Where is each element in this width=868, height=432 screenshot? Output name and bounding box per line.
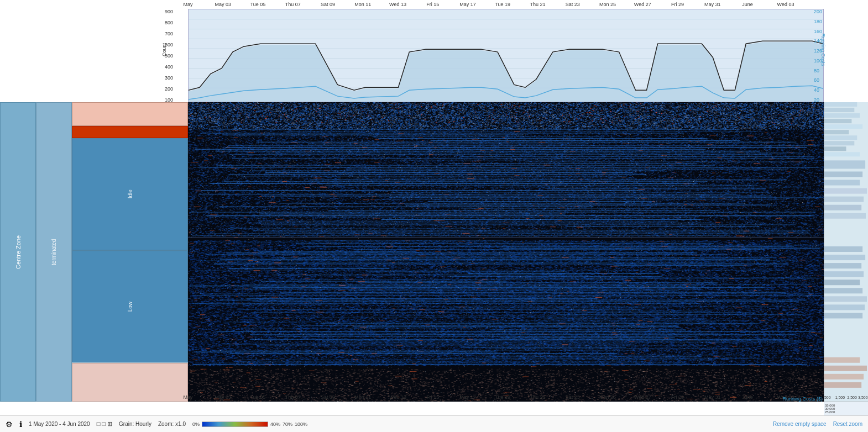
info-icon[interactable]: ℹ (19, 420, 22, 429)
x-bottom-wed13: Wed 13 (389, 394, 406, 400)
svg-rect-38 (824, 366, 867, 371)
svg-rect-27 (824, 213, 866, 219)
x-label-wed13: Wed 13 (389, 2, 406, 7)
top-chart-svg (189, 9, 823, 102)
main-container: May May 03 Tue 05 Thu 07 Sat 09 Mon 11 W… (0, 0, 868, 432)
svg-rect-31 (824, 271, 864, 277)
svg-rect-23 (824, 180, 860, 186)
y-label-900: 900 (165, 9, 173, 14)
svg-rect-24 (824, 188, 867, 194)
x-bottom-fri29: Fri 29 (671, 394, 684, 400)
y-label-r200: 200 (814, 9, 822, 14)
y-label-300: 300 (165, 75, 173, 81)
x-label-wed03: Wed 03 (777, 2, 794, 7)
color-bar (202, 422, 268, 427)
x-label-mon11: Mon 11 (354, 2, 371, 7)
svg-rect-17 (824, 135, 857, 140)
svg-rect-11 (824, 102, 857, 107)
heatmap-area (188, 102, 824, 402)
priority-label-top-pink (72, 102, 188, 126)
running-costs-rotated-label: Running Costs (820, 33, 825, 66)
svg-rect-34 (824, 296, 867, 302)
svg-text:3,500: 3,500 (858, 396, 867, 399)
x-bottom-fri15: Fri 15 (426, 394, 439, 400)
x-label-may03: May 03 (215, 2, 231, 7)
x-label-mon25: Mon 25 (599, 2, 616, 7)
reset-zoom-link[interactable]: Reset zoom (833, 421, 862, 427)
x-label-may17: May 17 (459, 2, 476, 7)
view-icons: □ □ ⊞ (97, 420, 112, 428)
right-count-bar-inner: 500 1,500 2,500 3,500 (824, 102, 868, 402)
svg-rect-28 (824, 246, 862, 252)
svg-rect-37 (824, 357, 860, 363)
svg-rect-32 (824, 280, 860, 285)
x-label-thu21: Thu 21 (530, 2, 545, 7)
bottom-status-bar: ⚙ ℹ 1 May 2020 - 4 Jun 2020 □ □ ⊞ Grain:… (0, 415, 868, 432)
priority-label-bottom-pink (72, 363, 188, 402)
bottom-running-costs-chart: 35,000 30,000 25,000 (824, 402, 868, 415)
priority-label-low: Low (72, 250, 188, 362)
right-count-bar: 500 1,500 2,500 3,500 (824, 102, 868, 402)
color-scale-mid2: 70% (283, 422, 292, 427)
color-scale-mid1: 40% (270, 422, 280, 427)
left-labels-container: Centre Zone terminated Idle Low (0, 102, 188, 402)
x-bottom-may31: May 31 (704, 394, 721, 400)
state-label-terminated: terminated (36, 102, 72, 402)
svg-rect-29 (824, 255, 865, 260)
x-bottom-june: June (742, 394, 753, 400)
y-label-r40: 40 (814, 87, 822, 93)
x-bottom-may17: May 17 (459, 394, 476, 400)
x-label-june: June (742, 2, 753, 7)
count-axis-label: Count (161, 43, 167, 56)
heatmap-canvas (188, 102, 824, 402)
x-bottom-may03: May 03 (215, 394, 231, 400)
svg-text:2,500: 2,500 (847, 396, 856, 399)
x-bottom-sat23: Sat 23 (566, 394, 580, 400)
x-bottom-mon25: Mon 25 (599, 394, 616, 400)
zone-label: Centre Zone (0, 102, 36, 402)
zoom-label: Zoom: x1.0 (158, 421, 186, 427)
svg-rect-18 (824, 141, 854, 145)
y-label-700: 700 (165, 31, 173, 36)
x-bottom-mon11: Mon 11 (354, 394, 371, 400)
x-label-fri29: Fri 29 (671, 2, 684, 7)
x-label-sat23: Sat 23 (566, 2, 580, 7)
svg-rect-21 (824, 160, 865, 168)
x-bottom-thu07: Thu 07 (285, 394, 301, 400)
gear-icon[interactable]: ⚙ (6, 420, 13, 429)
x-bottom-tue05: Tue 05 (250, 394, 266, 400)
y-label-400: 400 (165, 64, 173, 70)
date-range: 1 May 2020 - 4 Jun 2020 (29, 421, 90, 427)
svg-rect-39 (824, 374, 864, 380)
x-label-wed27: Wed 27 (634, 2, 651, 7)
x-label-tue19: Tue 19 (495, 2, 510, 7)
x-bottom-wed27: Wed 27 (634, 394, 651, 400)
x-bottom-may: May (183, 394, 192, 400)
x-label-thu07: Thu 07 (285, 2, 301, 7)
y-label-800: 800 (165, 20, 173, 25)
svg-text:25,000: 25,000 (825, 410, 835, 414)
y-label-r60: 60 (814, 77, 822, 83)
x-label-may31: May 31 (704, 2, 721, 7)
color-scale-min: 0% (192, 422, 200, 427)
x-bottom-tue19: Tue 19 (495, 394, 510, 400)
top-chart (188, 9, 824, 102)
svg-rect-16 (824, 130, 849, 134)
svg-rect-13 (824, 113, 860, 118)
color-scale-max: 100% (295, 422, 307, 427)
x-label-tue05: Tue 05 (250, 2, 266, 7)
svg-text:500: 500 (824, 396, 831, 399)
svg-rect-33 (824, 288, 862, 293)
svg-rect-40 (824, 382, 861, 388)
color-scale: 0% 40% 70% 100% (192, 422, 307, 427)
svg-text:1,500: 1,500 (835, 396, 845, 399)
svg-rect-35 (824, 304, 865, 310)
svg-rect-22 (824, 171, 862, 177)
x-label-fri15: Fri 15 (426, 2, 439, 7)
remove-empty-space-link[interactable]: Remove empty space (773, 421, 827, 427)
y-label-r180: 180 (814, 19, 822, 24)
svg-rect-36 (824, 313, 862, 318)
priority-labels-container: Idle Low (72, 102, 188, 402)
priority-label-red (72, 126, 188, 138)
running-costs-bottom-label: Running Costs ($) (782, 396, 823, 402)
